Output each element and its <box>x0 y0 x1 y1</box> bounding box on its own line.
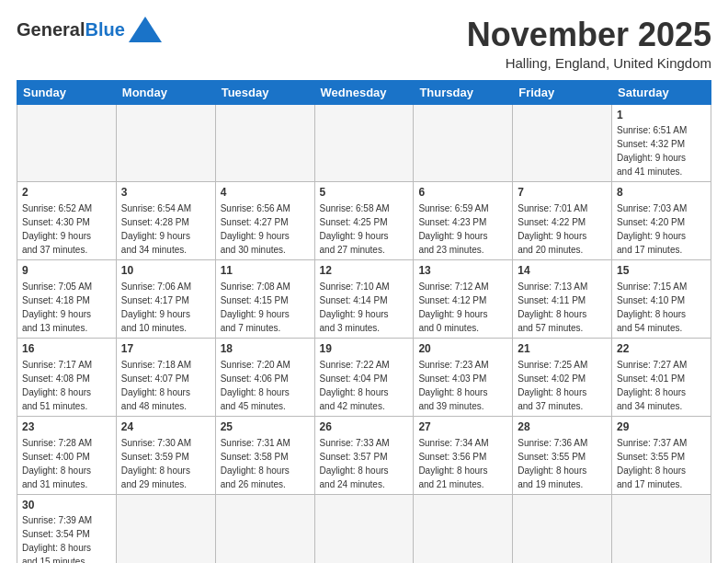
calendar-cell: 17Sunrise: 7:18 AM Sunset: 4:07 PM Dayli… <box>116 338 215 416</box>
calendar-week-1: 2Sunrise: 6:52 AM Sunset: 4:30 PM Daylig… <box>17 182 711 260</box>
calendar-cell <box>116 494 215 563</box>
calendar-cell: 15Sunrise: 7:15 AM Sunset: 4:10 PM Dayli… <box>612 260 711 339</box>
calendar-cell: 7Sunrise: 7:01 AM Sunset: 4:22 PM Daylig… <box>513 182 612 260</box>
day-info: Sunrise: 7:20 AM Sunset: 4:06 PM Dayligh… <box>221 360 290 411</box>
header: GeneralBlue November 2025 Halling, Engla… <box>17 17 711 71</box>
calendar-cell: 27Sunrise: 7:34 AM Sunset: 3:56 PM Dayli… <box>414 416 513 494</box>
calendar-header-tuesday: Tuesday <box>215 80 314 104</box>
day-number: 9 <box>22 263 111 279</box>
calendar-cell <box>513 494 612 563</box>
day-number: 25 <box>221 419 310 435</box>
calendar-cell <box>314 104 414 182</box>
calendar-cell: 13Sunrise: 7:12 AM Sunset: 4:12 PM Dayli… <box>414 260 513 339</box>
calendar-cell <box>414 104 513 182</box>
calendar-header-monday: Monday <box>116 80 215 104</box>
day-number: 22 <box>617 341 706 357</box>
calendar-cell: 28Sunrise: 7:36 AM Sunset: 3:55 PM Dayli… <box>513 416 612 494</box>
calendar-cell <box>314 494 414 563</box>
calendar-cell: 5Sunrise: 6:58 AM Sunset: 4:25 PM Daylig… <box>314 182 414 260</box>
day-info: Sunrise: 6:54 AM Sunset: 4:28 PM Dayligh… <box>121 203 191 255</box>
calendar-week-3: 16Sunrise: 7:17 AM Sunset: 4:08 PM Dayli… <box>17 338 711 416</box>
day-number: 28 <box>518 419 607 435</box>
day-info: Sunrise: 7:27 AM Sunset: 4:01 PM Dayligh… <box>617 360 687 411</box>
day-info: Sunrise: 7:36 AM Sunset: 3:55 PM Dayligh… <box>518 438 587 489</box>
calendar-cell: 9Sunrise: 7:05 AM Sunset: 4:18 PM Daylig… <box>17 260 117 339</box>
month-title: November 2025 <box>467 17 711 53</box>
calendar-header-saturday: Saturday <box>612 80 711 104</box>
calendar-header-wednesday: Wednesday <box>314 80 414 104</box>
day-number: 20 <box>418 341 507 357</box>
calendar-cell: 2Sunrise: 6:52 AM Sunset: 4:30 PM Daylig… <box>17 182 117 260</box>
calendar-cell: 21Sunrise: 7:25 AM Sunset: 4:02 PM Dayli… <box>513 338 612 416</box>
logo: GeneralBlue <box>17 17 162 42</box>
day-number: 4 <box>221 185 310 201</box>
calendar-cell: 24Sunrise: 7:30 AM Sunset: 3:59 PM Dayli… <box>116 416 215 494</box>
calendar-cell <box>215 494 314 563</box>
calendar-header-friday: Friday <box>513 80 612 104</box>
day-info: Sunrise: 7:08 AM Sunset: 4:15 PM Dayligh… <box>221 282 290 333</box>
day-number: 10 <box>121 263 210 279</box>
day-number: 30 <box>22 498 111 513</box>
calendar-cell: 29Sunrise: 7:37 AM Sunset: 3:55 PM Dayli… <box>612 416 711 494</box>
day-number: 19 <box>320 341 409 357</box>
calendar-cell: 6Sunrise: 6:59 AM Sunset: 4:23 PM Daylig… <box>414 182 513 260</box>
day-number: 29 <box>617 419 706 435</box>
calendar-cell <box>116 104 215 182</box>
day-info: Sunrise: 7:03 AM Sunset: 4:20 PM Dayligh… <box>617 203 687 255</box>
day-number: 14 <box>518 263 607 279</box>
day-info: Sunrise: 7:10 AM Sunset: 4:14 PM Dayligh… <box>320 282 390 333</box>
calendar-cell: 4Sunrise: 6:56 AM Sunset: 4:27 PM Daylig… <box>215 182 314 260</box>
page: GeneralBlue November 2025 Halling, Engla… <box>0 0 728 563</box>
day-number: 7 <box>518 185 607 201</box>
day-info: Sunrise: 7:12 AM Sunset: 4:12 PM Dayligh… <box>418 282 488 333</box>
day-info: Sunrise: 7:15 AM Sunset: 4:10 PM Dayligh… <box>617 282 687 333</box>
day-number: 16 <box>22 341 111 357</box>
calendar-cell: 25Sunrise: 7:31 AM Sunset: 3:58 PM Dayli… <box>215 416 314 494</box>
day-number: 24 <box>121 419 210 435</box>
day-number: 8 <box>617 185 706 201</box>
day-number: 15 <box>617 263 706 279</box>
day-number: 5 <box>320 185 409 201</box>
calendar-cell: 16Sunrise: 7:17 AM Sunset: 4:08 PM Dayli… <box>17 338 117 416</box>
calendar-cell <box>215 104 314 182</box>
calendar-cell: 11Sunrise: 7:08 AM Sunset: 4:15 PM Dayli… <box>215 260 314 339</box>
calendar-cell <box>513 104 612 182</box>
day-info: Sunrise: 7:34 AM Sunset: 3:56 PM Dayligh… <box>418 438 488 489</box>
calendar-week-2: 9Sunrise: 7:05 AM Sunset: 4:18 PM Daylig… <box>17 260 711 339</box>
calendar-cell: 8Sunrise: 7:03 AM Sunset: 4:20 PM Daylig… <box>612 182 711 260</box>
calendar-header-row: SundayMondayTuesdayWednesdayThursdayFrid… <box>17 80 711 104</box>
day-info: Sunrise: 7:37 AM Sunset: 3:55 PM Dayligh… <box>617 438 687 489</box>
day-number: 1 <box>617 108 706 123</box>
calendar-cell: 23Sunrise: 7:28 AM Sunset: 4:00 PM Dayli… <box>17 416 117 494</box>
day-info: Sunrise: 7:01 AM Sunset: 4:22 PM Dayligh… <box>518 203 587 255</box>
calendar-header-thursday: Thursday <box>414 80 513 104</box>
day-info: Sunrise: 6:52 AM Sunset: 4:30 PM Dayligh… <box>22 203 92 255</box>
day-info: Sunrise: 7:39 AM Sunset: 3:54 PM Dayligh… <box>22 515 92 563</box>
day-info: Sunrise: 7:25 AM Sunset: 4:02 PM Dayligh… <box>518 360 587 411</box>
day-number: 13 <box>418 263 507 279</box>
day-number: 12 <box>320 263 409 279</box>
day-info: Sunrise: 7:31 AM Sunset: 3:58 PM Dayligh… <box>221 438 290 489</box>
day-number: 27 <box>418 419 507 435</box>
day-info: Sunrise: 6:56 AM Sunset: 4:27 PM Dayligh… <box>221 203 290 255</box>
day-info: Sunrise: 7:33 AM Sunset: 3:57 PM Dayligh… <box>320 438 390 489</box>
day-info: Sunrise: 6:58 AM Sunset: 4:25 PM Dayligh… <box>320 203 390 255</box>
day-info: Sunrise: 7:05 AM Sunset: 4:18 PM Dayligh… <box>22 282 92 333</box>
logo-icon <box>129 17 162 42</box>
calendar-cell: 30Sunrise: 7:39 AM Sunset: 3:54 PM Dayli… <box>17 494 117 563</box>
calendar-cell: 10Sunrise: 7:06 AM Sunset: 4:17 PM Dayli… <box>116 260 215 339</box>
day-info: Sunrise: 7:28 AM Sunset: 4:00 PM Dayligh… <box>22 438 92 489</box>
calendar-week-5: 30Sunrise: 7:39 AM Sunset: 3:54 PM Dayli… <box>17 494 711 563</box>
calendar-cell <box>414 494 513 563</box>
day-number: 3 <box>121 185 210 201</box>
day-number: 21 <box>518 341 607 357</box>
day-info: Sunrise: 6:51 AM Sunset: 4:32 PM Dayligh… <box>617 125 687 177</box>
day-number: 11 <box>221 263 310 279</box>
logo-general: General <box>17 19 85 40</box>
calendar-cell: 14Sunrise: 7:13 AM Sunset: 4:11 PM Dayli… <box>513 260 612 339</box>
logo-text: GeneralBlue <box>17 19 125 40</box>
day-info: Sunrise: 7:23 AM Sunset: 4:03 PM Dayligh… <box>418 360 488 411</box>
title-block: November 2025 Halling, England, United K… <box>467 17 711 71</box>
calendar-cell: 3Sunrise: 6:54 AM Sunset: 4:28 PM Daylig… <box>116 182 215 260</box>
day-info: Sunrise: 7:17 AM Sunset: 4:08 PM Dayligh… <box>22 360 92 411</box>
